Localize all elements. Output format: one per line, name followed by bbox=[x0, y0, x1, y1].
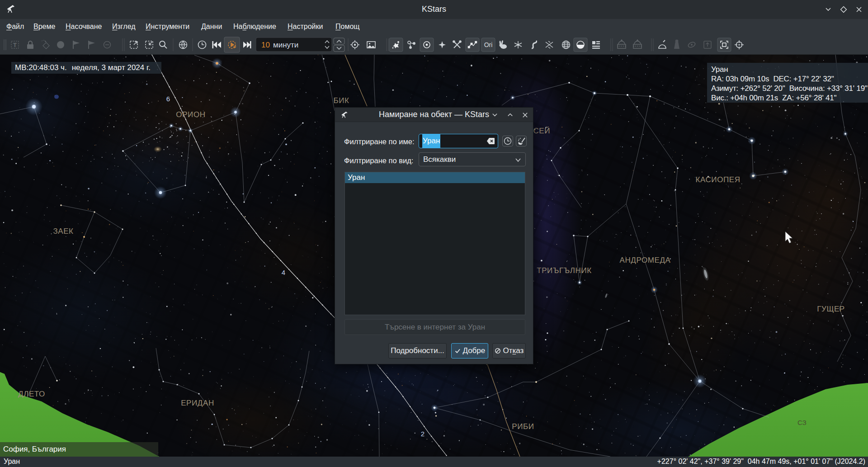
svg-text:4: 4 bbox=[282, 269, 285, 276]
svg-text:БИК: БИК bbox=[333, 96, 349, 105]
svg-text:6: 6 bbox=[166, 95, 170, 103]
svg-text:2: 2 bbox=[421, 430, 425, 438]
svg-text:ДЛЕТО: ДЛЕТО bbox=[18, 390, 45, 398]
svg-text:ЗАЕК: ЗАЕК bbox=[53, 227, 73, 236]
svg-text:ГУЩЕР: ГУЩЕР bbox=[817, 305, 845, 313]
svg-text:ОРИОН: ОРИОН bbox=[176, 110, 205, 119]
svg-text:ЕРИДАН: ЕРИДАН bbox=[181, 399, 214, 407]
svg-text:РИБИ: РИБИ bbox=[512, 422, 534, 431]
svg-text:Ori: Ori bbox=[484, 41, 493, 48]
svg-text:СЗ: СЗ bbox=[797, 419, 807, 426]
svg-text:минути: минути bbox=[273, 41, 298, 49]
svg-text:10: 10 bbox=[261, 41, 270, 49]
svg-text:ТРИЪГЪЛНИК: ТРИЪГЪЛНИК bbox=[537, 266, 592, 275]
svg-text:T: T bbox=[13, 42, 17, 48]
svg-text:КАСИОПЕЯ: КАСИОПЕЯ bbox=[695, 175, 740, 184]
svg-text:АНДРОМЕДА: АНДРОМЕДА bbox=[619, 256, 670, 264]
